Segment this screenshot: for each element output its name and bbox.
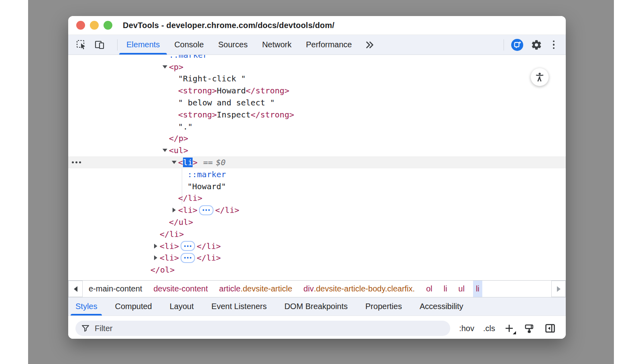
crumb-part-class: .devsite-article (240, 284, 292, 293)
tab-elements[interactable]: Elements (126, 35, 160, 55)
dom-tree-row[interactable]: <strong>Inspect</strong> (68, 109, 566, 121)
tab-network[interactable]: Network (262, 35, 291, 55)
devtools-main-toolbar: ElementsConsoleSourcesNetworkPerformance (68, 35, 566, 55)
collapse-arrow-icon[interactable] (161, 65, 169, 69)
minimize-button[interactable] (90, 21, 99, 30)
dom-tree-row[interactable]: <li></li> (68, 204, 566, 216)
inspect-icon[interactable] (75, 39, 87, 51)
styles-toolbar: :hov .cls (68, 315, 566, 339)
collapsed-content-pill[interactable] (199, 205, 213, 215)
crumb-part-element: article (219, 284, 240, 293)
dom-token-pseudo: ::marker (169, 55, 207, 60)
dom-token-tag: < (178, 158, 183, 167)
style-filter-field[interactable] (75, 321, 450, 336)
breadcrumb-scroll-right-button[interactable] (551, 281, 566, 297)
dom-tree-row[interactable]: ::marker (68, 168, 566, 180)
breadcrumb-item[interactable]: div.devsite-article-body.clearfix. (301, 281, 418, 297)
tab-sources[interactable]: Sources (218, 35, 248, 55)
dom-tree-row[interactable]: </li> (68, 228, 566, 240)
breadcrumb-scroll-left-button[interactable] (68, 281, 83, 297)
crumb-part-element: div (303, 284, 314, 293)
sidebar-tab-accessibility[interactable]: Accessibility (420, 297, 463, 315)
expand-arrow-icon[interactable] (170, 208, 178, 212)
sidebar-tab-event-listeners[interactable]: Event Listeners (211, 297, 267, 315)
chevron-right-icon (557, 286, 561, 292)
dom-token-tag: <li> (160, 253, 179, 263)
dom-token-tag: </li> (197, 253, 221, 263)
sidebar-tab-computed[interactable]: Computed (115, 297, 152, 315)
traffic-lights (68, 21, 112, 30)
crumb-part-element: ul (458, 284, 465, 293)
sidebar-tabs: StylesComputedLayoutEvent ListenersDOM B… (68, 297, 566, 315)
dom-tree-row[interactable]: </li> (68, 192, 566, 204)
toggle-sidebar-icon (544, 323, 556, 334)
breadcrumb-item-selected[interactable]: li (473, 281, 482, 297)
crumb-part-class: .devsite-article-body.clearfix. (314, 284, 415, 293)
breadcrumb-item[interactable]: li (441, 281, 450, 297)
dom-token-tag: </ol> (150, 265, 175, 275)
sidebar-tab-layout[interactable]: Layout (170, 297, 194, 315)
zoom-button[interactable] (104, 21, 112, 30)
dom-tree-row[interactable]: <li></li> (68, 240, 566, 252)
dom-tree-row[interactable]: ::marker (68, 55, 566, 61)
tab-console[interactable]: Console (174, 35, 203, 55)
dom-token-tag: </li> (215, 205, 239, 215)
dom-tree-row[interactable]: </p> (68, 133, 566, 145)
breadcrumb-item[interactable]: e-main-content (86, 281, 145, 297)
collapsed-content-pill[interactable] (181, 241, 195, 251)
dom-token-tag: <li> (160, 241, 179, 251)
dom-token-tag-selected: li (183, 158, 193, 167)
dom-tree-row[interactable]: <p> (68, 61, 566, 73)
dom-tree-row[interactable]: " below and select " (68, 97, 566, 109)
toolbar-divider (504, 39, 504, 51)
dom-tree-row[interactable]: "Right-click " (68, 73, 566, 85)
device-toolbar-icon[interactable] (94, 39, 106, 51)
dom-token-tag: </li> (160, 229, 184, 239)
crumb-part-element: devsite-content (153, 284, 208, 293)
sidebar-tab-dom-breakpoints[interactable]: DOM Breakpoints (284, 297, 348, 315)
crumb-part-element: ol (426, 284, 433, 293)
breadcrumb-item[interactable]: ol (423, 281, 435, 297)
toggle-element-state-button[interactable]: :hov (459, 324, 474, 333)
crumb-part-element: li (476, 284, 479, 293)
node-options-dots-button[interactable] (72, 162, 81, 164)
collapse-arrow-icon[interactable] (170, 161, 178, 164)
dom-token-text: " below and select " (178, 98, 275, 107)
sidebar-tab-styles[interactable]: Styles (75, 297, 97, 315)
breadcrumb-bar: e-main-contentdevsite-contentarticle.dev… (68, 280, 566, 297)
dom-token-text: Howard (217, 86, 246, 95)
dom-tree-row[interactable]: "Howard" (68, 180, 566, 192)
breadcrumb-item[interactable]: devsite-content (150, 281, 211, 297)
rendering-roller-button[interactable] (523, 322, 535, 334)
dom-tree-row[interactable]: <strong>Howard</strong> (68, 85, 566, 97)
ai-assistance-icon[interactable] (511, 39, 523, 51)
kebab-menu-icon[interactable] (550, 40, 558, 49)
crumb-part-plain: e-main-content (89, 284, 142, 293)
expand-arrow-icon[interactable] (152, 244, 160, 249)
dom-tree-row[interactable]: "." (68, 121, 566, 133)
sidebar-tab-properties[interactable]: Properties (366, 297, 402, 315)
dom-tree-row[interactable]: </ol> (68, 264, 566, 276)
dom-tree-row-selected[interactable]: <li>==$0 (68, 156, 566, 168)
close-button[interactable] (76, 21, 85, 30)
element-classes-button[interactable]: .cls (483, 324, 495, 333)
breadcrumb-item[interactable]: article.devsite-article (216, 281, 295, 297)
chevron-double-right-icon (365, 40, 375, 50)
filter-input[interactable] (94, 324, 448, 334)
crumb-part-element: li (443, 284, 447, 293)
collapse-arrow-icon[interactable] (161, 149, 169, 152)
breadcrumb-item[interactable]: ul (455, 281, 467, 297)
new-style-rule-button[interactable] (504, 323, 514, 334)
more-tabs-button[interactable] (364, 39, 376, 51)
dom-tree-row[interactable]: <li></li> (68, 252, 566, 264)
tab-performance[interactable]: Performance (306, 35, 352, 55)
dom-tree-row[interactable]: <ul> (68, 144, 566, 156)
toggle-sidebar-button[interactable] (544, 322, 556, 334)
collapsed-content-pill[interactable] (181, 253, 195, 263)
dom-tree-row[interactable]: </ul> (68, 216, 566, 228)
expand-arrow-icon[interactable] (152, 255, 160, 260)
settings-gear-icon[interactable] (530, 39, 542, 51)
dom-token-text: "Howard" (187, 182, 226, 191)
dom-token-dollar: $0 (216, 158, 226, 167)
devtools-window: DevTools - developer.chrome.com/docs/dev… (68, 16, 566, 339)
